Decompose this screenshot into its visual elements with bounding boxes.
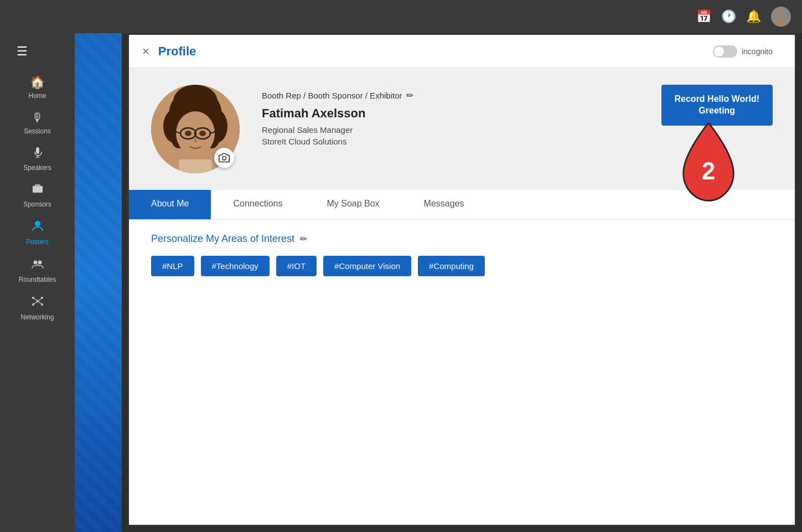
svg-rect-5 <box>35 184 40 187</box>
svg-line-17 <box>38 301 42 304</box>
sidebar: ☰ 🏠 Home 🎙 Sessions Speakers <box>0 33 75 532</box>
incognito-container: incognito <box>713 45 773 58</box>
svg-point-0 <box>777 10 785 19</box>
svg-point-1 <box>774 20 788 27</box>
svg-text:2: 2 <box>701 157 715 184</box>
sidebar-label-posters: Posters <box>26 238 49 246</box>
hamburger-menu[interactable]: ☰ <box>11 39 33 64</box>
svg-point-32 <box>185 131 192 136</box>
interests-title: Personalize My Areas of Interest <box>151 233 294 245</box>
svg-rect-4 <box>33 186 43 193</box>
user-avatar-top[interactable] <box>771 7 791 27</box>
sponsors-icon <box>32 183 44 198</box>
tag-iot[interactable]: #IOT <box>276 256 317 276</box>
tag-computer-vision[interactable]: #Computer Vision <box>323 256 411 276</box>
tab-messages[interactable]: Messages <box>402 190 487 219</box>
incognito-label: incognito <box>742 47 773 56</box>
sessions-icon: 🎙 <box>32 111 44 125</box>
profile-info-section: Booth Rep / Booth Sponsor / Exhibitor ✏ … <box>129 68 795 190</box>
sidebar-label-sessions: Sessions <box>24 127 51 135</box>
sidebar-item-home[interactable]: 🏠 Home <box>0 70 75 105</box>
sidebar-item-roundtables[interactable]: Roundtables <box>0 251 75 289</box>
main-area: ☰ 🏠 Home 🎙 Sessions Speakers <box>0 33 802 532</box>
user-name: Fatimah Axelsson <box>262 106 639 121</box>
user-info: Booth Rep / Booth Sponsor / Exhibitor ✏ … <box>262 85 639 146</box>
sidebar-label-home: Home <box>28 92 46 100</box>
sidebar-item-sessions[interactable]: 🎙 Sessions <box>0 105 75 141</box>
sidebar-label-roundtables: Roundtables <box>19 276 56 283</box>
annotation-drop-2: 2 <box>678 123 739 203</box>
svg-point-7 <box>33 261 37 265</box>
clock-icon[interactable]: 🕐 <box>721 9 736 24</box>
home-icon: 🏠 <box>30 75 45 90</box>
user-job-title: Regional Sales Manager <box>262 125 639 135</box>
posters-icon <box>31 219 44 236</box>
tab-connections[interactable]: Connections <box>211 190 304 219</box>
sidebar-item-sponsors[interactable]: Sponsors <box>0 177 75 214</box>
profile-header-bar: × Profile incognito 1 <box>129 35 795 68</box>
sidebar-item-networking[interactable]: Networking <box>0 289 75 327</box>
sidebar-item-posters[interactable]: Posters <box>0 214 75 251</box>
top-bar: 📅 🕐 🔔 <box>0 0 802 33</box>
interests-header: Personalize My Areas of Interest ✏ <box>151 233 773 245</box>
tag-technology[interactable]: #Technology <box>201 256 270 276</box>
tab-my-soap-box[interactable]: My Soap Box <box>304 190 401 219</box>
svg-point-35 <box>223 157 226 161</box>
svg-point-6 <box>35 221 40 226</box>
tab-about-me[interactable]: About Me <box>129 190 211 219</box>
sidebar-label-networking: Networking <box>20 313 54 321</box>
svg-point-33 <box>199 131 206 136</box>
svg-line-16 <box>33 301 38 304</box>
svg-rect-34 <box>179 159 212 173</box>
svg-point-8 <box>38 261 42 265</box>
record-greeting-button[interactable]: Record Hello World!Greeting <box>661 85 773 126</box>
speakers-icon <box>32 146 44 162</box>
calendar-icon[interactable]: 📅 <box>696 9 711 24</box>
bell-icon[interactable]: 🔔 <box>746 9 761 24</box>
role-edit-icon[interactable]: ✏ <box>406 90 413 101</box>
incognito-toggle[interactable] <box>713 45 737 58</box>
networking-icon <box>31 295 44 311</box>
sidebar-label-sponsors: Sponsors <box>23 200 51 208</box>
roundtables-icon <box>31 257 44 273</box>
about-me-content: Personalize My Areas of Interest ✏ #NLP … <box>129 220 795 525</box>
close-button[interactable]: × <box>142 44 149 59</box>
tag-nlp[interactable]: #NLP <box>151 256 194 276</box>
svg-line-14 <box>33 298 38 301</box>
svg-line-15 <box>38 298 42 301</box>
sidebar-item-speakers[interactable]: Speakers <box>0 141 75 177</box>
interests-edit-icon[interactable]: ✏ <box>300 234 307 244</box>
tag-computing[interactable]: #Computing <box>418 256 485 276</box>
user-company: StoreIt Cloud Solutions <box>262 137 639 146</box>
profile-avatar-wrapper <box>151 85 240 173</box>
sidebar-label-speakers: Speakers <box>23 164 51 172</box>
profile-title: Profile <box>158 44 704 59</box>
camera-button[interactable] <box>214 148 234 168</box>
content-panel: × Profile incognito 1 <box>127 33 796 526</box>
blue-banner <box>75 33 122 532</box>
user-role: Booth Rep / Booth Sponsor / Exhibitor ✏ <box>262 90 639 101</box>
tags-row: #NLP #Technology #IOT #Computer Vision #… <box>151 256 773 276</box>
